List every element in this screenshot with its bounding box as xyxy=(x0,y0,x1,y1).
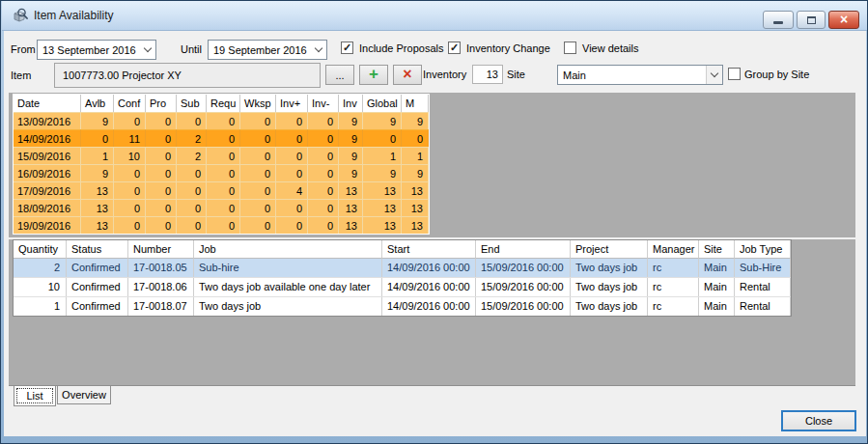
grid-cell: 0 xyxy=(146,199,177,216)
table-row[interactable]: 10Confirmed17-0018.06Two days job availa… xyxy=(14,277,791,296)
site-label: Site xyxy=(507,69,525,80)
availability-row[interactable]: 14/09/2016011020000900 xyxy=(14,129,429,147)
grid-header-cell: Inv+ xyxy=(276,95,308,112)
grid-cell: 9 xyxy=(363,112,402,129)
table-cell: Confirmed xyxy=(67,297,128,316)
grid-cell: 0 xyxy=(207,147,240,164)
grid-cell: 13 xyxy=(363,199,402,216)
grid-cell: 0 xyxy=(276,199,308,216)
inventory-value-field[interactable]: 13 xyxy=(472,65,503,84)
table-header-cell[interactable]: Job Type xyxy=(735,240,791,259)
from-date-combobox[interactable]: 13 September 2016 xyxy=(37,40,156,60)
grid-cell: 0 xyxy=(240,216,276,234)
inventory-value: 13 xyxy=(487,69,498,80)
grid-cell: 0 xyxy=(207,199,240,216)
grid-header-cell: Requ xyxy=(207,95,240,112)
availability-row[interactable]: 19/09/2016130000000131313 xyxy=(14,216,429,234)
table-cell: 14/09/2016 00:00 xyxy=(382,259,476,277)
minimize-icon xyxy=(773,21,783,24)
item-value: 1007773.00 Projector XY xyxy=(63,69,182,81)
table-cell: 2 xyxy=(14,259,67,277)
table-header-cell[interactable]: Number xyxy=(128,240,194,259)
grid-cell: 9 xyxy=(339,129,363,147)
availability-grid-header: DateAvlbConfProSubRequWkspInv+Inv-InvGlo… xyxy=(14,95,429,112)
table-header-cell[interactable]: End xyxy=(476,240,571,259)
grid-cell: 0 xyxy=(114,181,146,199)
add-item-button[interactable]: + xyxy=(359,65,388,85)
availability-row[interactable]: 16/09/201690000000999 xyxy=(14,164,429,181)
grid-cell: 0 xyxy=(308,112,339,129)
grid-cell: 9 xyxy=(402,164,429,181)
grid-cell: 0 xyxy=(276,112,308,129)
maximize-icon xyxy=(807,16,816,24)
grid-cell: 1 xyxy=(363,147,402,164)
table-cell: 1 xyxy=(14,297,67,316)
grid-cell: 13 xyxy=(402,199,429,216)
include-proposals-checkbox[interactable]: ✓ xyxy=(341,42,353,54)
tab-overview[interactable]: Overview xyxy=(57,386,111,404)
table-cell: Confirmed xyxy=(67,259,128,277)
grid-cell: 0 xyxy=(240,147,276,164)
grid-cell: 13 xyxy=(402,181,429,199)
grid-cell: 11 xyxy=(114,129,146,147)
availability-grid: DateAvlbConfProSubRequWkspInv+Inv-InvGlo… xyxy=(13,94,430,235)
table-cell: Rental xyxy=(735,278,791,296)
table-header-cell[interactable]: Start xyxy=(382,240,476,259)
table-header-cell[interactable]: Manager xyxy=(648,240,699,259)
item-field[interactable]: 1007773.00 Projector XY xyxy=(54,63,321,88)
grid-cell: 0 xyxy=(363,129,402,147)
table-header-cell[interactable]: Site xyxy=(699,240,735,259)
group-by-site-checkbox[interactable] xyxy=(728,68,741,80)
until-date-combobox[interactable]: 19 September 2016 xyxy=(208,40,327,60)
grid-cell: 0 xyxy=(177,216,207,234)
grid-cell: 0 xyxy=(146,164,177,181)
remove-item-button[interactable]: × xyxy=(393,65,422,85)
grid-cell: 0 xyxy=(402,129,429,147)
date-cell: 16/09/2016 xyxy=(14,164,81,181)
grid-cell: 13 xyxy=(402,216,429,234)
site-combobox[interactable]: Main xyxy=(557,65,723,85)
bookings-table: QuantityStatusNumberJobStartEndProjectMa… xyxy=(13,239,792,317)
date-cell: 18/09/2016 xyxy=(14,199,81,216)
inventory-change-checkbox[interactable]: ✓ xyxy=(448,42,461,54)
availability-row[interactable]: 18/09/2016130000000131313 xyxy=(14,199,429,216)
browse-item-button[interactable]: ... xyxy=(325,65,354,85)
grid-header-cell: Inv xyxy=(339,95,363,112)
box-magnifier-icon xyxy=(12,8,28,24)
ellipsis-icon: ... xyxy=(335,69,344,81)
grid-header-cell: Avlb xyxy=(81,95,114,112)
inventory-change-label: Inventory Change xyxy=(466,42,550,54)
table-header-cell[interactable]: Job xyxy=(194,240,382,259)
table-header-cell[interactable]: Project xyxy=(571,240,648,259)
grid-cell: 0 xyxy=(177,199,207,216)
grid-cell: 0 xyxy=(177,164,207,181)
grid-cell: 0 xyxy=(146,147,177,164)
table-cell: Two days job xyxy=(571,278,648,296)
grid-cell: 0 xyxy=(276,147,308,164)
table-row[interactable]: 2Confirmed17-0018.05Sub-hire14/09/2016 0… xyxy=(14,259,791,277)
view-details-checkbox[interactable] xyxy=(564,42,576,54)
close-window-button[interactable]: × xyxy=(828,11,859,29)
minimize-button[interactable] xyxy=(763,11,794,29)
grid-cell: 0 xyxy=(308,216,339,234)
close-button[interactable]: Close xyxy=(781,410,856,431)
grid-header-cell: Wksp xyxy=(240,95,276,112)
date-cell: 19/09/2016 xyxy=(14,216,81,234)
group-by-site-label: Group by Site xyxy=(744,69,809,80)
availability-row[interactable]: 17/09/2016130000040131313 xyxy=(14,181,429,199)
titlebar[interactable]: Item Availability × xyxy=(2,1,868,31)
table-header-cell[interactable]: Status xyxy=(67,240,128,259)
grid-cell: 1 xyxy=(81,147,114,164)
table-cell: 17-0018.06 xyxy=(128,278,194,296)
grid-cell: 13 xyxy=(339,199,363,216)
availability-row[interactable]: 15/09/2016110020000911 xyxy=(14,147,429,164)
grid-cell: 9 xyxy=(339,112,363,129)
availability-row[interactable]: 13/09/201690000000999 xyxy=(14,112,429,129)
table-cell: Two days job xyxy=(571,297,648,316)
table-header-cell[interactable]: Quantity xyxy=(14,240,67,259)
maximize-button[interactable] xyxy=(797,11,826,29)
grid-cell: 13 xyxy=(81,181,114,199)
table-cell: 10 xyxy=(14,278,67,296)
tab-list[interactable]: List xyxy=(14,386,56,406)
table-row[interactable]: 1Confirmed17-0018.07Two days job14/09/20… xyxy=(14,296,791,316)
